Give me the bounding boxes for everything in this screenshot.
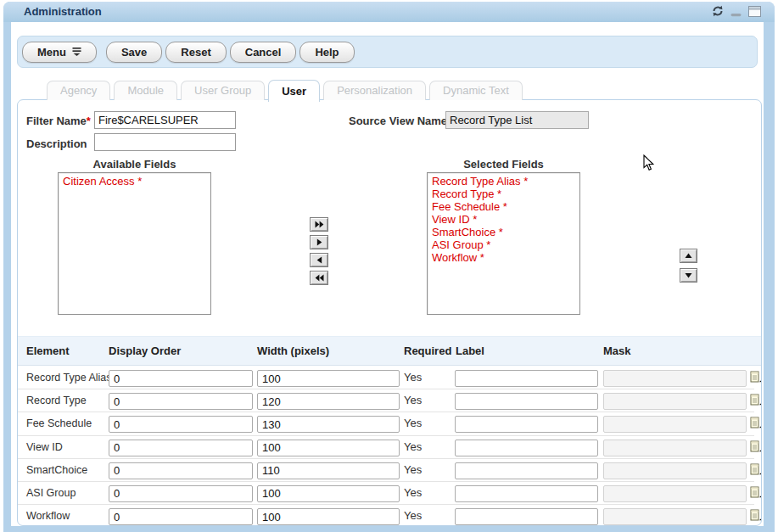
toolbar-buttons: SaveResetCancelHelp [106, 42, 355, 63]
double-right-arrow-icon [315, 221, 324, 228]
mask-input [603, 370, 747, 387]
element-label: Record Type [26, 389, 87, 412]
width-input[interactable] [257, 416, 400, 433]
mask-input [603, 416, 747, 433]
list-item[interactable]: Workflow * [432, 251, 575, 264]
width-input[interactable] [257, 508, 400, 525]
tab-content-panel: Filter Name* Source View Name Descriptio… [17, 99, 762, 526]
reset-button[interactable]: Reset [165, 42, 226, 63]
list-item[interactable]: Fee Schedule * [432, 200, 575, 213]
refresh-icon[interactable] [712, 5, 724, 17]
table-row: SmartChoiceYes [18, 459, 754, 482]
table-row: Record Type AliasYes [18, 367, 754, 389]
tab-user[interactable]: User [268, 80, 320, 102]
display-order-input[interactable] [109, 440, 253, 456]
element-label: ASI Group [26, 482, 76, 505]
move-down-button[interactable] [680, 268, 697, 283]
selected-fields-title: Selected Fields [427, 158, 580, 171]
available-fields-list[interactable]: Citizen Access * [58, 172, 211, 315]
required-value: Yes [404, 482, 422, 504]
toolbar: Menu SaveResetCancelHelp [17, 36, 758, 68]
label-input[interactable] [455, 370, 598, 387]
tab-dynamic-text[interactable]: Dynamic Text [429, 81, 523, 100]
description-input[interactable] [94, 133, 236, 151]
window-title: Administration [24, 2, 102, 22]
label-input[interactable] [455, 485, 598, 502]
width-input[interactable] [257, 440, 400, 456]
list-item[interactable]: View ID * [432, 213, 575, 226]
mask-input [603, 508, 747, 525]
column-header-width-pixels-: Width (pixels) [257, 337, 329, 365]
required-value: Yes [404, 367, 422, 389]
element-label: Workflow [26, 505, 70, 526]
required-value: Yes [404, 459, 422, 481]
menu-button-label: Menu [37, 46, 66, 59]
label-input[interactable] [455, 462, 598, 479]
element-label: Fee Schedule [26, 412, 92, 435]
display-order-input[interactable] [109, 370, 253, 387]
width-input[interactable] [257, 370, 400, 387]
mask-edit-icon[interactable] [749, 415, 762, 430]
help-button[interactable]: Help [299, 42, 354, 63]
move-all-left-button[interactable] [310, 271, 328, 285]
display-order-input[interactable] [109, 508, 253, 525]
required-marker: * [87, 115, 91, 127]
mask-edit-icon[interactable] [749, 462, 762, 477]
minimize-icon[interactable] [730, 5, 742, 17]
menu-button[interactable]: Menu [22, 42, 97, 63]
display-order-input[interactable] [109, 462, 253, 479]
list-item[interactable]: SmartChoice * [432, 226, 575, 238]
save-button[interactable]: Save [106, 42, 162, 63]
tab-personalization[interactable]: Personalization [323, 81, 426, 100]
cancel-button[interactable]: Cancel [230, 42, 297, 63]
table-row: Record TypeYes [18, 389, 754, 412]
element-table-header: ElementDisplay OrderWidth (pixels)Requir… [18, 336, 761, 366]
right-arrow-icon [316, 238, 322, 246]
display-order-input[interactable] [109, 393, 253, 410]
title-bar: Administration [3, 2, 775, 22]
tab-agency[interactable]: Agency [47, 81, 110, 100]
mask-edit-icon[interactable] [749, 507, 762, 523]
column-header-required: Required [404, 337, 451, 365]
list-item[interactable]: Citizen Access * [63, 175, 206, 188]
column-header-label: Label [456, 337, 484, 365]
list-item[interactable]: Record Type * [432, 188, 575, 200]
list-item[interactable]: ASI Group * [432, 238, 575, 251]
mask-edit-icon[interactable] [749, 369, 762, 384]
move-left-button[interactable] [310, 253, 328, 267]
mask-edit-icon[interactable] [749, 392, 762, 407]
display-order-input[interactable] [109, 485, 253, 502]
table-row: WorkflowYes [18, 505, 754, 526]
description-label: Description [26, 137, 87, 150]
display-order-input[interactable] [109, 416, 253, 433]
mask-edit-icon[interactable] [749, 484, 762, 500]
window-controls [712, 5, 761, 17]
filter-name-input[interactable] [94, 111, 236, 129]
filter-name-label: Filter Name* [26, 115, 91, 127]
list-item[interactable]: Record Type Alias * [432, 175, 575, 188]
width-input[interactable] [257, 393, 400, 410]
mask-edit-icon[interactable] [749, 439, 762, 454]
column-header-display-order: Display Order [109, 337, 181, 365]
tab-module[interactable]: Module [114, 81, 177, 100]
available-fields-title: Available Fields [58, 158, 211, 171]
mask-input [603, 393, 747, 410]
label-input[interactable] [455, 440, 598, 456]
label-input[interactable] [455, 393, 598, 410]
tab-user-group[interactable]: User Group [181, 81, 265, 100]
menu-dropdown-icon [72, 46, 81, 59]
move-right-button[interactable] [310, 235, 328, 249]
up-arrow-icon [685, 253, 692, 259]
move-all-right-button[interactable] [310, 217, 328, 232]
width-input[interactable] [257, 462, 400, 479]
table-row: View IDYes [18, 436, 754, 459]
width-input[interactable] [257, 485, 400, 502]
down-arrow-icon [685, 272, 692, 278]
move-up-button[interactable] [680, 249, 697, 263]
selected-fields-list[interactable]: Record Type Alias *Record Type *Fee Sche… [427, 172, 580, 315]
maximize-icon[interactable] [748, 6, 761, 17]
column-header-element: Element [26, 337, 70, 365]
required-value: Yes [404, 436, 422, 458]
label-input[interactable] [455, 416, 598, 433]
label-input[interactable] [455, 508, 598, 525]
